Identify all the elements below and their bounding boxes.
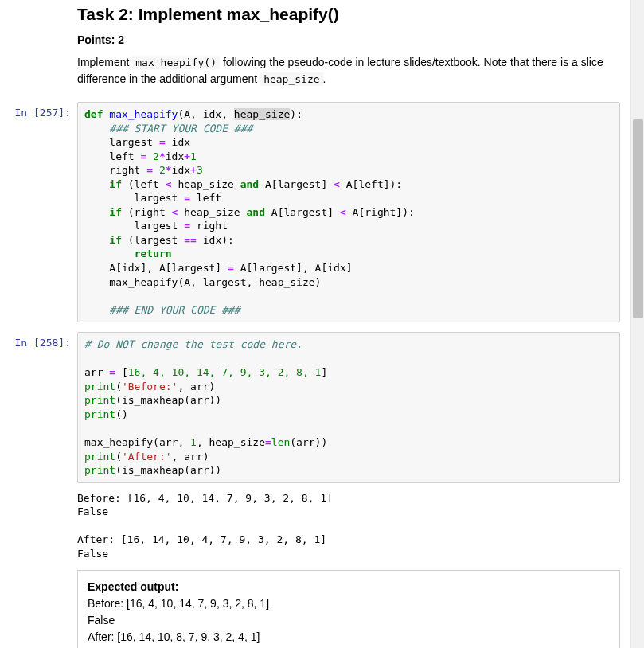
points-label: Points: 2 [77, 33, 124, 46]
notebook: Task 2: Implement max_heapify() Points: … [0, 0, 644, 648]
output-cell-258: Before: [16, 4, 10, 14, 7, 9, 3, 2, 8, 1… [0, 486, 644, 566]
code-input[interactable]: def max_heapify(A, idx, heap_size): ### … [77, 102, 620, 322]
markdown-cell-expected: Expected output: Before: [16, 4, 10, 14,… [0, 570, 644, 648]
task-heading: Task 2: Implement max_heapify() [77, 5, 620, 24]
inline-code: heap_size [260, 72, 322, 86]
input-prompt: In [258]: [0, 332, 77, 349]
input-prompt: In [257]: [0, 102, 77, 119]
expected-title: Expected output: [88, 580, 178, 593]
expected-line: Before: [16, 4, 10, 14, 7, 9, 3, 2, 8, 1… [88, 595, 610, 612]
expected-output-box: Expected output: Before: [16, 4, 10, 14,… [77, 570, 620, 648]
expected-line: After: [16, 14, 10, 8, 7, 9, 3, 2, 4, 1] [88, 629, 610, 646]
code-input[interactable]: # Do NOT change the test code here. arr … [77, 332, 620, 482]
code-cell-257: In [257]: def max_heapify(A, idx, heap_s… [0, 102, 644, 326]
task-description: Implement max_heapify() following the ps… [77, 54, 620, 88]
markdown-cell-task: Task 2: Implement max_heapify() Points: … [0, 0, 644, 102]
code-cell-258: In [258]: # Do NOT change the test code … [0, 332, 644, 486]
stdout-output: Before: [16, 4, 10, 14, 7, 9, 3, 2, 8, 1… [77, 486, 620, 566]
expected-line: False [88, 612, 610, 629]
prompt-empty [0, 570, 77, 575]
prompt-empty [0, 486, 77, 491]
vertical-scrollbar[interactable] [630, 0, 644, 648]
prompt-empty [0, 0, 77, 5]
inline-code: max_heapify() [132, 56, 220, 69]
scrollbar-thumb[interactable] [633, 119, 643, 318]
